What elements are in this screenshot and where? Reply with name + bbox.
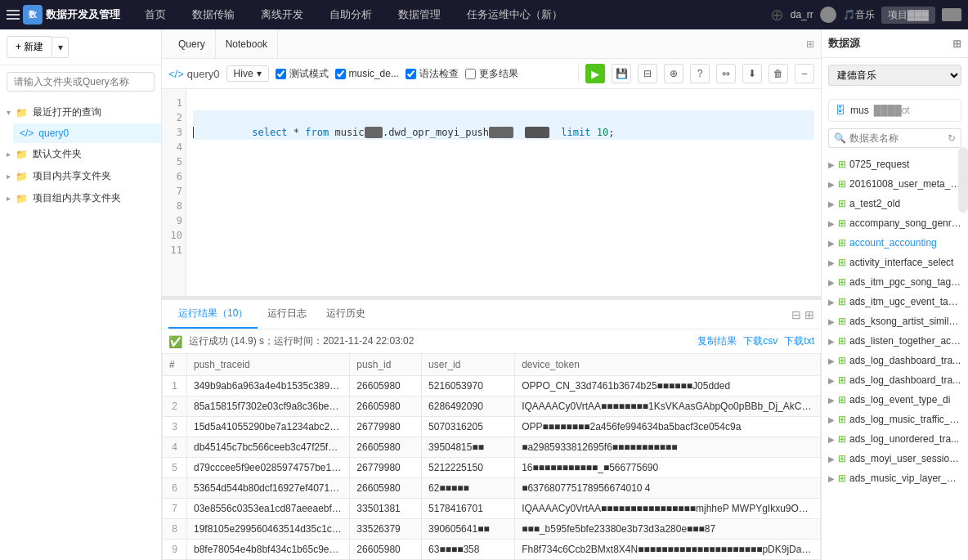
expand-arrow-icon: ▶ [828, 278, 835, 287]
table-list-item[interactable]: ▶ ⊞ activity_interface_select [822, 253, 968, 272]
test-mode-input[interactable] [276, 69, 286, 79]
left-sidebar: + 新建 ▾ ▾ 📁 最近打开的查询 </> query0 ▸ 📁 默认文件夹 [0, 29, 162, 560]
main-layout: + 新建 ▾ ▾ 📁 最近打开的查询 </> query0 ▸ 📁 默认文件夹 [0, 29, 968, 560]
table-list-item[interactable]: ▶ ⊞ ads_log_dashboard_tra... [822, 370, 968, 390]
table-list-item[interactable]: ▶ ⊞ ads_ksong_artist_similar... [822, 311, 968, 331]
table-list-item[interactable]: ▶ ⊞ 0725_request [822, 155, 968, 174]
nav-right: ⊕ da_rr 🎵音乐 项目▓▓▓ [770, 5, 961, 25]
table-search-input[interactable] [849, 132, 944, 144]
more-results-input[interactable] [465, 69, 476, 79]
expand-arrow-icon: ▶ [828, 317, 835, 326]
test-mode-checkbox[interactable]: 测试模式 [276, 67, 329, 81]
save-button[interactable]: 💾 [612, 64, 631, 83]
cell-row-num: 6 [163, 478, 187, 499]
expand-arrow-icon: ▶ [828, 356, 835, 365]
right-panel-collapse[interactable]: ⊞ [952, 38, 961, 50]
search-input[interactable] [7, 72, 155, 92]
avatar [820, 7, 836, 23]
refresh-icon[interactable]: ↻ [948, 132, 956, 144]
table-list-item[interactable]: ▶ ⊞ 20161008_user_meta_in... [822, 174, 968, 194]
editor-content[interactable]: select * from music■■.dwd_opr_moyi_push■… [186, 89, 821, 296]
tree-item-group-share[interactable]: ▸ 📁 项目组内共享文件夹 [0, 187, 161, 209]
nav-home[interactable]: 首页 [133, 0, 177, 29]
delete-button[interactable]: 🗑 [769, 64, 788, 83]
expand-arrow-grp: ▸ [7, 194, 11, 203]
music-db-label: music_de... [349, 68, 399, 79]
download-txt-button[interactable]: 下载txt [784, 334, 814, 348]
expand-arrow-icon: ▶ [828, 415, 835, 424]
cell-row-num: 3 [163, 417, 187, 437]
nav-project[interactable]: 项目▓▓▓ [881, 7, 935, 24]
expand-arrow-icon: ▶ [828, 337, 835, 346]
syntax-check-input[interactable] [406, 69, 416, 79]
table-list-item[interactable]: ▶ ⊞ accompany_song_genre... [822, 213, 968, 233]
table-list-item[interactable]: ▶ ⊞ ads_log_event_type_di [822, 390, 968, 410]
col-header-user-id: user_id [422, 354, 515, 376]
syntax-check-checkbox[interactable]: 语法检查 [406, 67, 459, 81]
tree-item-query0[interactable]: </> query0 [13, 123, 161, 143]
tab-history[interactable]: 运行历史 [316, 300, 375, 329]
table-row: 3 15d5a41055290be7a1234abc23b74eab 26779… [163, 417, 821, 437]
table-list-item[interactable]: ▶ ⊞ ads_log_music_traffic_fl... [822, 410, 968, 429]
cell-push-id: 26605980 [350, 396, 422, 417]
db-item[interactable]: 🗄 mus ████ot [828, 99, 961, 122]
table-list-item[interactable]: ▶ ⊞ ads_moyi_user_session... [822, 449, 968, 468]
add-icon[interactable]: ⊕ [770, 5, 784, 25]
new-button[interactable]: + 新建 [7, 36, 52, 58]
nav-task-ops[interactable]: 任务运维中心（新） [455, 0, 574, 29]
share-button[interactable]: ⊕ [664, 64, 683, 83]
help-button[interactable]: ? [690, 64, 710, 83]
format-button[interactable]: ⊟ [638, 64, 657, 83]
download-csv-button[interactable]: 下载csv [743, 334, 778, 348]
copy-button[interactable]: 复制结果 [697, 334, 737, 348]
cell-user-id: 6286492090 [422, 396, 515, 417]
hamburger-menu[interactable] [7, 10, 20, 20]
tree-item-recent[interactable]: ▾ 📁 最近打开的查询 [0, 101, 161, 123]
run-button[interactable]: ▶ [585, 64, 605, 83]
download-button[interactable]: ⬇ [742, 64, 762, 83]
expand-button[interactable]: ⇔ [716, 64, 736, 83]
music-db-input[interactable] [335, 69, 346, 79]
maximize-icon[interactable]: ⊞ [804, 308, 814, 321]
nav-offline-dev[interactable]: 离线开发 [249, 0, 315, 29]
nav-data-mgmt[interactable]: 数据管理 [387, 0, 452, 29]
tab-log[interactable]: 运行日志 [258, 300, 316, 329]
table-header-row: # push_traceid push_id user_id device_to… [163, 354, 821, 376]
status-success-icon: ✅ [168, 335, 182, 348]
nav-music[interactable]: 🎵音乐 [843, 8, 875, 22]
more-results-checkbox[interactable]: 更多结果 [465, 67, 518, 81]
tree-section: ▾ 📁 最近打开的查询 </> query0 ▸ 📁 默认文件夹 ▸ 📁 项目内… [0, 98, 161, 560]
table-list-item[interactable]: ▶ ⊞ ads_log_unordered_tra... [822, 429, 968, 449]
query-name: query0 [187, 68, 220, 80]
table-list-item[interactable]: ▶ ⊞ ads_listen_together_acti... [822, 331, 968, 351]
code-line-9 [193, 213, 814, 228]
minimize-icon[interactable]: ⊟ [791, 308, 801, 321]
datasource-select[interactable]: 建德音乐 [828, 65, 961, 86]
table-icon: ⊞ [838, 276, 846, 288]
tree-item-default[interactable]: ▸ 📁 默认文件夹 [0, 143, 161, 165]
hive-selector[interactable]: Hive ▾ [226, 65, 269, 82]
collapse-button[interactable]: – [795, 64, 814, 83]
table-list-item[interactable]: ▶ ⊞ a_test2_old [822, 194, 968, 213]
code-line-7 [193, 184, 814, 199]
table-name-label: ads_log_event_type_di [849, 394, 961, 405]
col-header-num: # [163, 354, 187, 376]
nav-data-transfer[interactable]: 数据传输 [181, 0, 246, 29]
table-list-item[interactable]: ▶ ⊞ ads_itm_ugc_event_tag... [822, 292, 968, 311]
new-button-arrow[interactable]: ▾ [52, 37, 69, 58]
nav-analysis[interactable]: 自助分析 [318, 0, 383, 29]
music-db-checkbox[interactable]: music_de... [335, 68, 399, 79]
folder-icon-proj: 📁 [16, 171, 28, 182]
table-list-item[interactable]: ▶ ⊞ account_accounting [822, 233, 968, 253]
tab-results[interactable]: 运行结果（10） [168, 300, 258, 329]
table-icon: ⊞ [838, 159, 846, 170]
tab-notebook[interactable]: Notebook [216, 29, 278, 59]
cell-push-traceid: 15d5a41055290be7a1234abc23b74eab [187, 417, 350, 437]
tree-item-project-share[interactable]: ▸ 📁 项目内共享文件夹 [0, 165, 161, 187]
table-list-item[interactable]: ▶ ⊞ ads_music_vip_layer_ne... [822, 468, 968, 488]
table-list-item[interactable]: ▶ ⊞ ads_log_dashboard_tra... [822, 351, 968, 370]
tab-query[interactable]: Query [168, 29, 216, 59]
split-icon[interactable]: ⊞ [806, 38, 814, 50]
table-name-label: 20161008_user_meta_in... [849, 178, 961, 190]
table-list-item[interactable]: ▶ ⊞ ads_itm_pgc_song_tag_... [822, 272, 968, 292]
